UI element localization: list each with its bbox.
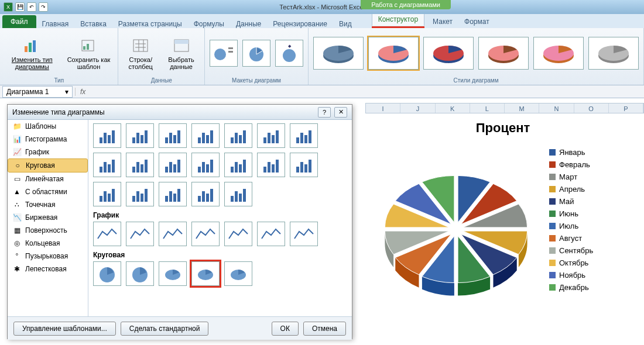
switch-row-col-button[interactable]: Строка/столбец bbox=[123, 35, 158, 71]
embedded-chart[interactable]: Процент ЯнварьФевральМартАпрельМайИюньИю… bbox=[365, 118, 640, 334]
chart-subtype-thumb[interactable] bbox=[126, 153, 154, 177]
legend-item: Апрель bbox=[549, 183, 593, 195]
chart-category-График[interactable]: 📈График bbox=[8, 146, 88, 158]
chart-subtype-thumb[interactable] bbox=[290, 222, 318, 246]
chart-style-thumb[interactable] bbox=[368, 37, 419, 70]
chart-category-Линейчатая[interactable]: ▭Линейчатая bbox=[8, 172, 88, 185]
chart-style-thumb[interactable] bbox=[423, 37, 474, 70]
chart-subtype-thumb[interactable] bbox=[224, 153, 252, 177]
chart-subtype-thumb[interactable] bbox=[191, 182, 220, 206]
chart-category-Шаблоны[interactable]: 📁Шаблоны bbox=[8, 120, 88, 133]
legend-swatch bbox=[549, 260, 556, 266]
chart-legend: ЯнварьФевральМартАпрельМайИюньИюльАвгуст… bbox=[547, 142, 593, 317]
chevron-down-icon[interactable]: ▾ bbox=[65, 88, 68, 96]
column-header[interactable]: M bbox=[505, 104, 539, 113]
layout-thumb[interactable] bbox=[242, 40, 270, 67]
chart-subtype-thumb[interactable] bbox=[126, 222, 154, 246]
chart-category-Пузырьковая[interactable]: °Пузырьковая bbox=[8, 250, 88, 263]
name-box[interactable]: Диаграмма 1 ▾ bbox=[2, 86, 73, 98]
chart-category-Точечная[interactable]: ∴Точечная bbox=[8, 198, 88, 211]
chart-subtype-thumb[interactable] bbox=[224, 182, 252, 206]
ok-button[interactable]: ОК bbox=[272, 322, 299, 336]
manage-templates-button[interactable]: Управление шаблонами... bbox=[13, 322, 116, 336]
close-icon[interactable]: ✕ bbox=[334, 107, 347, 118]
title-bar: X 💾 ↶ ↷ ТестArk.xlsx - Microsoft Excel Р… bbox=[0, 0, 644, 14]
chart-subtype-thumb[interactable] bbox=[126, 182, 154, 206]
chart-subtype-thumb[interactable] bbox=[159, 182, 187, 206]
chart-category-Кольцевая[interactable]: ◎Кольцевая bbox=[8, 237, 88, 250]
chart-style-thumb[interactable] bbox=[478, 37, 529, 70]
column-header[interactable]: N bbox=[539, 104, 574, 113]
chart-subtype-thumb[interactable] bbox=[93, 153, 121, 177]
select-data-button[interactable]: Выбрать данные bbox=[163, 35, 200, 71]
chart-type-icon bbox=[23, 36, 42, 55]
chart-category-С областями[interactable]: ▲С областями bbox=[8, 185, 88, 198]
chart-category-Биржевая[interactable]: 📉Биржевая bbox=[8, 211, 88, 224]
chart-style-thumb[interactable] bbox=[313, 37, 364, 70]
chart-subtype-thumb[interactable] bbox=[93, 261, 121, 286]
chart-category-Лепестковая[interactable]: ✱Лепестковая bbox=[8, 263, 88, 275]
cancel-button[interactable]: Отмена bbox=[303, 322, 346, 336]
legend-swatch bbox=[549, 149, 556, 156]
column-header[interactable]: P bbox=[609, 104, 643, 113]
set-default-button[interactable]: Сделать стандартной bbox=[121, 322, 209, 336]
chart-subtype-thumb[interactable] bbox=[159, 123, 187, 148]
chart-subtype-thumb[interactable] bbox=[224, 222, 252, 246]
chart-subtype-thumb[interactable] bbox=[126, 261, 154, 286]
chart-category-Гистограмма[interactable]: 📊Гистограмма bbox=[8, 133, 88, 146]
chart-subtype-thumb[interactable] bbox=[290, 153, 318, 177]
change-chart-type-button[interactable]: Изменить тип диаграммы bbox=[5, 35, 60, 71]
ctx-tab-2[interactable]: Формат bbox=[458, 15, 495, 28]
chart-style-thumb[interactable] bbox=[533, 37, 584, 70]
legend-item: Декабрь bbox=[549, 281, 593, 294]
chart-subtype-thumb[interactable] bbox=[191, 153, 220, 177]
category-icon: 📈 bbox=[12, 148, 22, 156]
chart-subtype-thumb[interactable] bbox=[93, 123, 121, 148]
legend-swatch bbox=[549, 284, 556, 291]
layout-thumb[interactable]: ◆ bbox=[275, 40, 303, 67]
redo-icon[interactable]: ↷ bbox=[39, 2, 48, 12]
chart-subtype-thumb[interactable] bbox=[191, 222, 220, 246]
chart-subtype-thumb[interactable] bbox=[191, 261, 220, 286]
chart-category-Поверхность[interactable]: ▦Поверхность bbox=[8, 224, 88, 237]
change-chart-type-dialog: Изменение типа диаграммы ? ✕ 📁Шаблоны📊Ги… bbox=[7, 104, 352, 339]
chart-subtype-thumb[interactable] bbox=[290, 123, 318, 148]
chart-subtype-thumb[interactable] bbox=[93, 182, 121, 206]
ctx-tab-1[interactable]: Макет bbox=[427, 15, 458, 28]
legend-item: Июль bbox=[549, 220, 593, 232]
chart-subtype-thumb[interactable] bbox=[93, 222, 121, 246]
svg-text:◆: ◆ bbox=[288, 44, 292, 48]
file-tab[interactable]: Файл bbox=[2, 15, 36, 28]
chart-subtype-thumb[interactable] bbox=[159, 222, 187, 246]
column-header[interactable]: K bbox=[436, 104, 470, 113]
chart-category-Круговая[interactable]: ○Круговая bbox=[8, 158, 88, 172]
chart-subtype-thumb[interactable] bbox=[126, 123, 154, 148]
layout-thumb[interactable] bbox=[210, 40, 238, 67]
legend-swatch bbox=[549, 211, 556, 217]
column-header[interactable]: I bbox=[366, 104, 400, 113]
ribbon-group-layouts: ◆ Макеты диаграмм bbox=[205, 28, 309, 85]
fx-icon[interactable]: fx bbox=[75, 88, 90, 96]
help-icon[interactable]: ? bbox=[318, 107, 331, 118]
ribbon-group-data: Строка/столбец Выбрать данные Данные bbox=[118, 28, 205, 85]
undo-icon[interactable]: ↶ bbox=[27, 2, 36, 12]
chart-subtype-thumb[interactable] bbox=[257, 222, 285, 246]
chart-style-thumb[interactable] bbox=[588, 37, 639, 70]
chart-subtype-thumb[interactable] bbox=[159, 261, 187, 286]
save-icon[interactable]: 💾 bbox=[15, 2, 25, 12]
save-template-button[interactable]: Сохранить как шаблон bbox=[64, 35, 114, 71]
chart-subtype-thumb[interactable] bbox=[159, 153, 187, 177]
column-header[interactable]: O bbox=[574, 104, 609, 113]
chart-subtype-thumb[interactable] bbox=[257, 123, 285, 148]
legend-swatch bbox=[549, 186, 556, 192]
chart-subtype-thumb[interactable] bbox=[224, 123, 252, 148]
chart-subtype-thumb[interactable] bbox=[257, 153, 285, 177]
chart-subtype-thumb[interactable] bbox=[191, 123, 220, 148]
excel-icon[interactable]: X bbox=[4, 2, 13, 12]
pie-plot-area bbox=[365, 142, 547, 317]
column-header[interactable]: L bbox=[470, 104, 505, 113]
ctx-tab-0[interactable]: Конструктор bbox=[372, 12, 424, 26]
category-icon: ∴ bbox=[12, 201, 22, 209]
column-header[interactable]: J bbox=[400, 104, 435, 113]
chart-subtype-thumb[interactable] bbox=[224, 261, 252, 286]
